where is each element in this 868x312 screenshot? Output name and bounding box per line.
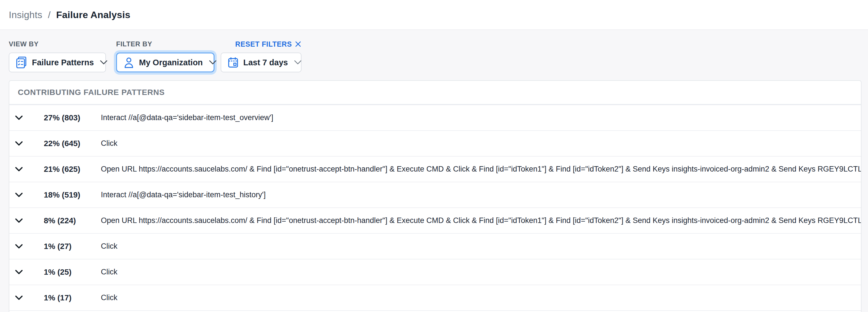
pattern-row[interactable]: 1% (17) Click: [9, 285, 861, 311]
calendar-icon: [228, 57, 238, 68]
filters-section: VIEW BY Failure Patterns: [0, 30, 868, 72]
organization-value: My Organization: [139, 58, 203, 67]
pattern-text: Click: [101, 268, 861, 276]
pattern-row[interactable]: 22% (645) Click: [9, 131, 861, 157]
page-title: Failure Analysis: [56, 9, 130, 20]
expand-chevron-icon[interactable]: [15, 295, 23, 300]
pattern-percent: 22% (645): [44, 139, 101, 148]
failure-patterns-checklist-icon: [16, 57, 27, 68]
pattern-percent: 18% (519): [44, 190, 101, 199]
expand-chevron-icon[interactable]: [15, 167, 23, 171]
user-icon: [124, 57, 134, 68]
pattern-row[interactable]: 18% (519) Interact //a[@data-qa='sidebar…: [9, 182, 861, 208]
view-by-dropdown[interactable]: Failure Patterns: [9, 53, 106, 72]
pattern-row[interactable]: 27% (803) Interact //a[@data-qa='sidebar…: [9, 105, 861, 131]
expand-chevron-icon[interactable]: [15, 244, 23, 249]
card-title: CONTRIBUTING FAILURE PATTERNS: [18, 88, 165, 97]
failure-patterns-card: CONTRIBUTING FAILURE PATTERNS 27% (803) …: [9, 80, 862, 312]
pattern-percent: 1% (25): [44, 268, 101, 277]
date-range-value: Last 7 days: [243, 58, 288, 67]
expand-chevron-icon[interactable]: [15, 141, 23, 146]
pattern-text: Click: [101, 242, 861, 251]
pattern-text: Open URL https://accounts.saucelabs.com/…: [101, 165, 861, 174]
reset-filters-label: RESET FILTERS: [236, 40, 292, 48]
pattern-percent: 8% (224): [44, 216, 101, 225]
pattern-percent: 1% (27): [44, 242, 101, 251]
pattern-percent: 1% (17): [44, 293, 101, 302]
pattern-text: Interact //a[@data-qa='sidebar-item-test…: [101, 113, 861, 122]
pattern-text: Click: [101, 293, 861, 302]
filter-by-label: FILTER BY: [116, 40, 152, 48]
view-by-value: Failure Patterns: [32, 58, 94, 67]
organization-dropdown[interactable]: My Organization: [116, 53, 214, 72]
card-header: CONTRIBUTING FAILURE PATTERNS: [9, 81, 861, 105]
close-icon: [295, 41, 302, 48]
pattern-row[interactable]: 1% (27) Click: [9, 234, 861, 259]
topbar: Insights / Failure Analysis: [0, 0, 868, 30]
pattern-text: Interact //a[@data-qa='sidebar-item-test…: [101, 190, 861, 199]
pattern-text: Click: [101, 139, 861, 148]
pattern-row[interactable]: 1% (25) Click: [9, 259, 861, 285]
pattern-rows: 27% (803) Interact //a[@data-qa='sidebar…: [9, 105, 861, 311]
pattern-percent: 21% (625): [44, 165, 101, 174]
breadcrumb: Insights / Failure Analysis: [9, 9, 130, 20]
pattern-row[interactable]: 8% (224) Open URL https://accounts.sauce…: [9, 208, 861, 234]
chevron-down-icon: [209, 60, 216, 65]
pattern-row[interactable]: 21% (625) Open URL https://accounts.sauc…: [9, 157, 861, 182]
expand-chevron-icon[interactable]: [15, 192, 23, 197]
reset-filters-button[interactable]: RESET FILTERS: [236, 40, 302, 48]
chevron-down-icon: [294, 60, 302, 65]
date-range-dropdown[interactable]: Last 7 days: [221, 53, 302, 72]
view-by-label: VIEW BY: [9, 40, 39, 48]
pattern-percent: 27% (803): [44, 113, 101, 122]
breadcrumb-separator: /: [48, 9, 51, 20]
expand-chevron-icon[interactable]: [15, 115, 23, 120]
chevron-down-icon: [100, 60, 107, 65]
pattern-text: Open URL https://accounts.saucelabs.com/…: [101, 216, 861, 225]
breadcrumb-insights-link[interactable]: Insights: [9, 9, 42, 20]
expand-chevron-icon[interactable]: [15, 218, 23, 223]
expand-chevron-icon[interactable]: [15, 270, 23, 274]
